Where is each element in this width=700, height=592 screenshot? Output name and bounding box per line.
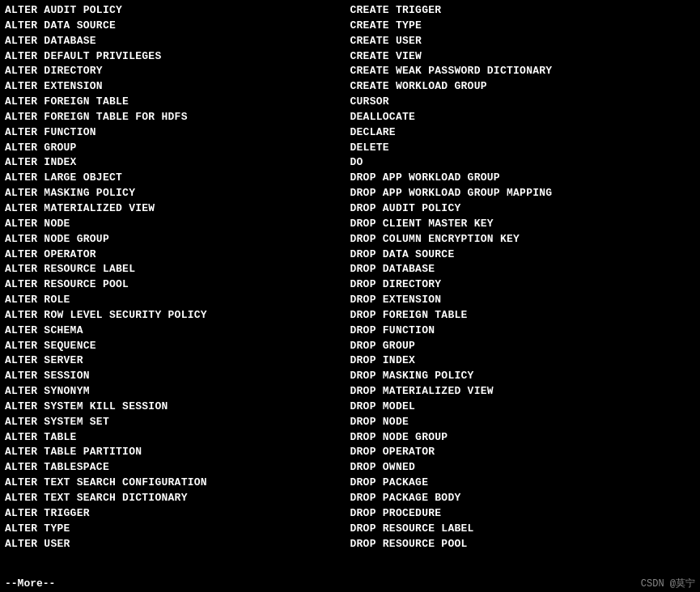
list-item: CREATE WORKLOAD GROUP	[350, 79, 696, 95]
list-item: ALTER SEQUENCE	[5, 339, 350, 354]
list-item: ALTER SYSTEM KILL SESSION	[5, 400, 350, 415]
list-item: DROP INDEX	[350, 353, 696, 369]
list-item: DROP PROCEDURE	[350, 506, 696, 522]
list-item: DROP GROUP	[350, 339, 696, 354]
list-item: ALTER TEXT SEARCH DICTIONARY	[5, 491, 350, 506]
more-indicator: --More--	[5, 577, 55, 590]
list-item: ALTER EXTENSION	[5, 79, 350, 95]
list-item: DROP DIRECTORY	[350, 277, 696, 293]
list-item: CREATE USER	[350, 34, 696, 49]
list-item: CURSOR	[350, 95, 696, 110]
list-item: ALTER SYNONYM	[5, 384, 350, 400]
list-item: ALTER ROW LEVEL SECURITY POLICY	[5, 308, 350, 323]
bottom-bar: --More-- CSDN @莫宁	[0, 575, 700, 592]
list-item: ALTER TEXT SEARCH CONFIGURATION	[5, 476, 350, 491]
list-item: DROP FUNCTION	[350, 323, 696, 339]
list-item: CREATE VIEW	[350, 49, 696, 65]
list-item: DECLARE	[350, 125, 696, 141]
list-item: ALTER NODE GROUP	[5, 232, 350, 247]
list-item: DROP CLIENT MASTER KEY	[350, 217, 696, 232]
list-item: ALTER AUDIT POLICY	[5, 3, 350, 19]
list-item: ALTER RESOURCE LABEL	[5, 262, 350, 277]
list-item: ALTER FOREIGN TABLE FOR HDFS	[5, 110, 350, 125]
list-item: ALTER INDEX	[5, 155, 350, 171]
terminal: ALTER AUDIT POLICYALTER DATA SOURCEALTER…	[0, 0, 700, 592]
list-item: DROP DATA SOURCE	[350, 247, 696, 263]
list-item: ALTER DEFAULT PRIVILEGES	[5, 49, 350, 65]
list-item: DROP COLUMN ENCRYPTION KEY	[350, 232, 696, 247]
list-item: DROP NODE	[350, 415, 696, 430]
list-item: DROP PACKAGE BODY	[350, 491, 696, 506]
list-item: DROP APP WORKLOAD GROUP MAPPING	[350, 186, 696, 201]
list-item: DROP AUDIT POLICY	[350, 201, 696, 217]
list-item: DO	[350, 155, 696, 171]
list-item: DROP MATERIALIZED VIEW	[350, 384, 696, 400]
list-item: ALTER MASKING POLICY	[5, 186, 350, 201]
list-item: DROP RESOURCE POOL	[350, 537, 696, 552]
list-item: ALTER MATERIALIZED VIEW	[5, 201, 350, 217]
list-item: ALTER SESSION	[5, 369, 350, 384]
list-item: ALTER TABLE	[5, 430, 350, 446]
list-item: ALTER FOREIGN TABLE	[5, 95, 350, 110]
list-item: ALTER SYSTEM SET	[5, 415, 350, 430]
list-item: ALTER DATABASE	[5, 34, 350, 49]
list-item: CREATE TRIGGER	[350, 3, 696, 19]
list-item: DROP PACKAGE	[350, 476, 696, 491]
watermark: CSDN @莫宁	[641, 577, 695, 590]
list-item: DROP MASKING POLICY	[350, 369, 696, 384]
list-item: ALTER SERVER	[5, 353, 350, 369]
list-item: ALTER RESOURCE POOL	[5, 277, 350, 293]
left-column: ALTER AUDIT POLICYALTER DATA SOURCEALTER…	[5, 3, 350, 552]
right-column: CREATE TRIGGERCREATE TYPECREATE USERCREA…	[350, 3, 696, 552]
list-item: DROP OWNED	[350, 460, 696, 476]
list-item: ALTER USER	[5, 537, 350, 552]
list-item: ALTER NODE	[5, 217, 350, 232]
list-item: CREATE TYPE	[350, 19, 696, 34]
list-item: ALTER FUNCTION	[5, 125, 350, 141]
list-item: DELETE	[350, 141, 696, 156]
list-item: ALTER GROUP	[5, 141, 350, 156]
list-item: ALTER TYPE	[5, 522, 350, 537]
list-item: ALTER DATA SOURCE	[5, 19, 350, 34]
list-item: DROP FOREIGN TABLE	[350, 308, 696, 323]
list-item: DROP MODEL	[350, 400, 696, 415]
list-item: ALTER OPERATOR	[5, 247, 350, 263]
list-item: ALTER TABLESPACE	[5, 460, 350, 476]
list-item: DROP APP WORKLOAD GROUP	[350, 171, 696, 186]
list-item: ALTER ROLE	[5, 293, 350, 308]
list-item: DROP EXTENSION	[350, 293, 696, 308]
list-item: DROP OPERATOR	[350, 445, 696, 460]
list-item: ALTER TABLE PARTITION	[5, 445, 350, 460]
list-item: CREATE WEAK PASSWORD DICTIONARY	[350, 64, 696, 79]
list-item: DEALLOCATE	[350, 110, 696, 125]
list-item: ALTER LARGE OBJECT	[5, 171, 350, 186]
list-item: DROP DATABASE	[350, 262, 696, 277]
list-item: DROP RESOURCE LABEL	[350, 522, 696, 537]
list-item: ALTER DIRECTORY	[5, 64, 350, 79]
list-item: ALTER SCHEMA	[5, 323, 350, 339]
content-area: ALTER AUDIT POLICYALTER DATA SOURCEALTER…	[5, 3, 695, 552]
list-item: ALTER TRIGGER	[5, 506, 350, 522]
list-item: DROP NODE GROUP	[350, 430, 696, 446]
